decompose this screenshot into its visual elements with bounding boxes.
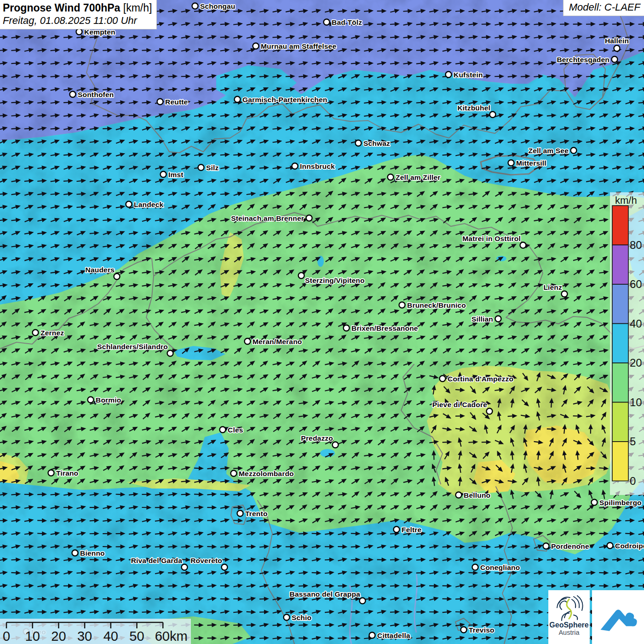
scalebar-label: 30: [77, 629, 92, 644]
city-dot: [126, 201, 132, 207]
city-dot: [612, 57, 618, 63]
city-label: Treviso: [469, 626, 494, 634]
city-label: Kitzbühel: [457, 104, 490, 112]
city-label: Conegliano: [480, 564, 520, 571]
city-marker: Meran/Merano: [245, 338, 302, 345]
scalebar-label: 50: [129, 629, 144, 644]
city-marker: Belluno: [456, 491, 491, 499]
city-label: Cortina d'Ampezzo: [448, 375, 513, 383]
city-marker: Murnau am Staffelsee: [253, 42, 337, 50]
city-label: Codroipo: [615, 542, 644, 550]
city-label: Rovereto: [190, 557, 222, 564]
city-dot: [253, 43, 259, 49]
city-dot: [114, 274, 120, 280]
city-marker: Steinach am Brenner: [231, 214, 312, 222]
city-dot: [360, 598, 366, 604]
city-label: Zernez: [40, 329, 64, 337]
city-dot: [220, 427, 226, 433]
city-dot: [157, 99, 163, 105]
city-dot: [592, 500, 598, 506]
city-dot: [508, 160, 514, 166]
city-marker: Schwaz: [356, 139, 391, 147]
city-marker: Tirano: [48, 469, 79, 477]
city-label: Belluno: [464, 491, 490, 499]
city-dot: [48, 470, 54, 476]
brand-name: GeoSphere: [548, 621, 590, 629]
city-dot: [495, 316, 501, 322]
city-label: Kufstein: [454, 71, 483, 79]
city-marker: Imst: [161, 171, 184, 178]
city-dot: [245, 339, 251, 345]
city-marker: Brixen/Bressanone: [344, 324, 418, 332]
legend-value: 80: [630, 239, 642, 251]
city-dot: [76, 29, 82, 35]
city-label: Bormio: [96, 396, 121, 404]
city-label: Pordenone: [551, 542, 589, 550]
brand-country: Austria: [548, 629, 590, 637]
city-dot: [440, 376, 446, 382]
city-dot: [324, 19, 330, 25]
city-label: Pieve di Cadore: [432, 401, 487, 408]
scale-bar: 0102030405060km: [0, 619, 191, 644]
city-label: Brixen/Bressanone: [351, 324, 418, 332]
city-marker: Garmisch-Partenkirchen: [235, 96, 328, 104]
legend: km/h806040201050: [610, 192, 644, 495]
city-label: Cittadella: [377, 632, 410, 639]
city-marker: Berchtesgaden: [557, 56, 617, 63]
partner-logo-box: [592, 590, 644, 644]
city-label: Imst: [168, 171, 184, 178]
city-label: Berchtesgaden: [557, 56, 610, 63]
city-label: Sillian: [472, 315, 493, 323]
city-marker: Schio: [284, 614, 312, 621]
city-marker: Zell am Ziller: [388, 173, 441, 181]
city-label: Sonthofen: [78, 91, 114, 98]
city-label: Mezzolombardo: [239, 470, 294, 477]
city-dot: [562, 291, 568, 297]
city-label: Zell am See: [529, 147, 569, 155]
geosphere-contour-icon: [554, 593, 584, 622]
city-dot: [520, 242, 526, 248]
city-dot: [292, 163, 298, 169]
model-box: Modell: C-LAEF: [563, 0, 644, 16]
city-label: Zell am Ziller: [396, 173, 441, 181]
city-marker: Bruneck/Brunico: [399, 301, 466, 309]
legend-block: [612, 363, 628, 402]
city-dot: [446, 72, 452, 78]
city-dot: [388, 174, 394, 180]
city-label: Murnau am Staffelsee: [261, 42, 336, 50]
scalebar-label: 0: [3, 629, 10, 644]
legend-block: [612, 442, 628, 481]
city-dot: [394, 527, 400, 533]
scalebar-label: 20: [51, 629, 66, 644]
scalebar-label: 60km: [155, 629, 188, 644]
city-label: Lienz: [543, 283, 562, 291]
city-label: Garmisch-Partenkirchen: [242, 96, 327, 104]
city-label: Landeck: [134, 201, 163, 208]
title-unit: [km/h]: [120, 2, 152, 14]
city-dot: [399, 302, 405, 308]
city-label: Riva del Garda: [131, 557, 183, 564]
city-dot: [222, 564, 228, 570]
city-dot: [33, 330, 39, 336]
city-marker: Treviso: [461, 626, 494, 634]
city-label: Steinach am Brenner: [231, 214, 304, 222]
legend-block: [612, 284, 628, 324]
city-label: Sterzing/Vipiteno: [305, 276, 365, 284]
city-dot: [614, 46, 620, 52]
city-label: Schwaz: [363, 139, 390, 147]
page-title: Prognose Wind 700hPa [km/h]: [3, 1, 152, 15]
city-dot: [235, 97, 241, 103]
city-marker: Cles: [220, 426, 243, 434]
city-dot: [167, 351, 173, 356]
city-label: Predazzo: [301, 434, 333, 442]
city-label: Bassano del Grappa: [290, 590, 361, 598]
scalebar-label: 40: [104, 629, 118, 644]
city-dot: [356, 140, 362, 146]
city-dot: [299, 273, 305, 279]
city-dot: [461, 627, 467, 633]
title-box: Prognose Wind 700hPa [km/h] Freitag, 01.…: [0, 0, 157, 29]
city-dot: [306, 215, 312, 221]
city-dot: [543, 543, 549, 549]
city-marker: Feltre: [394, 526, 422, 534]
city-dot: [72, 550, 78, 556]
